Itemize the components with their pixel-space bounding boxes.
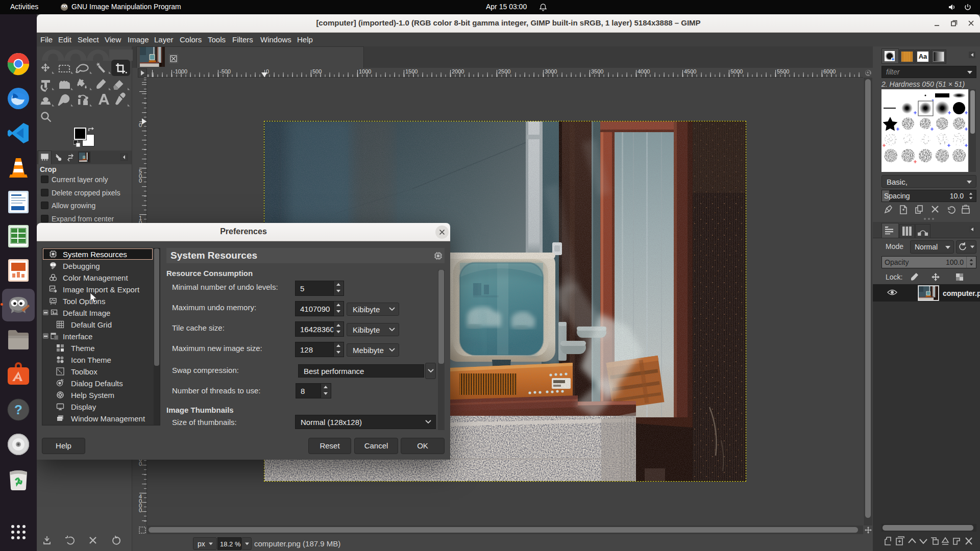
svg-text:?: ? [14, 402, 22, 417]
